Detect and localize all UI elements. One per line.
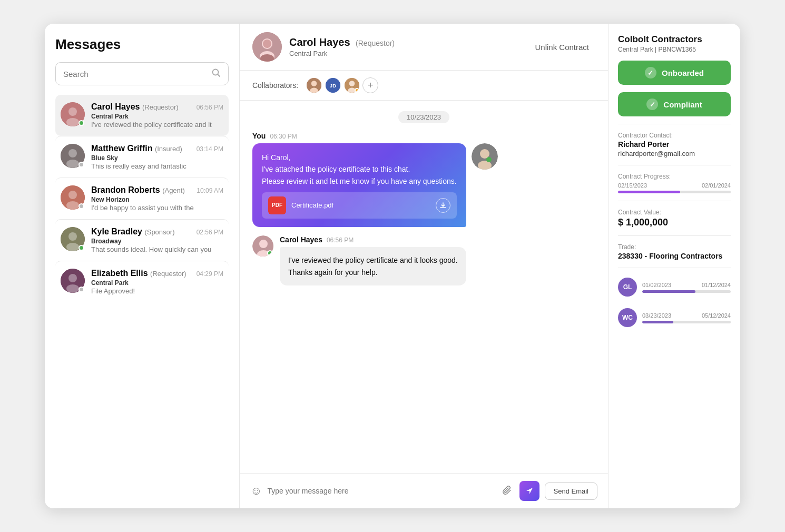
collaborators-bar: Collaborators: JD + <box>240 71 608 101</box>
contact-time: 04:29 PM <box>197 270 223 278</box>
contact-time: 02:56 PM <box>197 229 223 236</box>
progress-dates: 02/15/2023 02/01/2024 <box>618 182 731 189</box>
outgoing-avatar <box>472 143 498 170</box>
add-collaborator-button[interactable]: + <box>362 77 378 93</box>
contract-dates-row-gl: 01/02/2023 01/12/2024 <box>642 282 731 288</box>
outgoing-time: 06:30 PM <box>270 133 297 140</box>
chat-header-project: Central Park <box>289 50 528 57</box>
company-info: Colbolt Contractors Central Park | PBNCW… <box>618 34 731 53</box>
incoming-message-body: Carol Hayes 06:56 PM I've reviewed the p… <box>280 235 466 285</box>
incoming-sender-info: Carol Hayes 06:56 PM <box>280 235 466 244</box>
contact-item[interactable]: Brandon Roberts (Agent) 10:09 AM New Hor… <box>55 178 229 219</box>
send-email-button[interactable]: Send Email <box>545 482 597 500</box>
contact-preview: I'd be happy to assist you with the <box>91 204 223 212</box>
chat-header: Carol Hayes (Requestor) Central Park Unl… <box>240 24 608 71</box>
message-group-incoming: Carol Hayes 06:56 PM I've reviewed the p… <box>252 235 595 285</box>
incoming-bubble: I've reviewed the policy certificate and… <box>280 247 466 285</box>
svg-point-28 <box>349 81 355 86</box>
contact-item[interactable]: Elizabeth Ellis (Requestor) 04:29 PM Cen… <box>55 261 229 302</box>
send-button[interactable] <box>519 481 539 501</box>
middle-panel: Carol Hayes (Requestor) Central Park Unl… <box>240 24 609 508</box>
contact-top: Matthew Griffin (Insured) 03:14 PM <box>91 144 223 153</box>
svg-point-4 <box>66 118 79 126</box>
pdf-attachment[interactable]: PDF Certificate.pdf <box>262 192 457 219</box>
contact-info: Elizabeth Ellis (Requestor) 04:29 PM Cen… <box>91 269 223 295</box>
contact-name: Brandon Roberts (Agent) <box>91 185 185 195</box>
gl-end: 01/12/2024 <box>702 282 731 288</box>
compliant-status-button[interactable]: ✓ Compliant <box>618 92 731 116</box>
gl-start: 01/02/2023 <box>642 282 671 288</box>
company-name: Colbolt Contractors <box>618 34 731 45</box>
divider-5 <box>618 268 731 268</box>
svg-line-1 <box>218 74 220 76</box>
contact-preview: That sounds ideal. How quickly can you <box>91 245 223 253</box>
contract-dates-gl: 01/02/2023 01/12/2024 <box>642 282 731 293</box>
incoming-time: 06:56 PM <box>327 237 354 244</box>
collab-avatar-3 <box>344 77 360 94</box>
download-icon[interactable] <box>436 198 450 213</box>
divider-1 <box>618 124 731 124</box>
outgoing-sender-name: You <box>252 132 266 140</box>
contact-preview: File Approved! <box>91 287 223 295</box>
compliant-check-icon: ✓ <box>646 98 658 110</box>
contact-info: Matthew Griffin (Insured) 03:14 PM Blue … <box>91 144 223 170</box>
outgoing-text: Hi Carol,I've attached the policy certif… <box>262 152 457 187</box>
contact-preview: This is really easy and fantastic <box>91 162 223 170</box>
contact-item[interactable]: Kyle Bradley (Sponsor) 02:56 PM Broadway… <box>55 219 229 261</box>
contractor-contact-block: Contractor Contact: Richard Porter richa… <box>618 132 731 157</box>
value-label: Contract Value: <box>618 209 731 216</box>
contact-name: Carol Hayes (Requestor) <box>91 102 179 112</box>
progress-bar-bg <box>618 191 731 193</box>
contractor-email: richardporter@gmail.com <box>618 150 731 157</box>
contract-card-1: GL 01/02/2023 01/12/2024 <box>618 275 731 299</box>
emoji-button[interactable]: ☺ <box>250 484 262 498</box>
svg-point-15 <box>68 274 77 282</box>
contact-project: Central Park <box>91 113 223 120</box>
trade-label: Trade: <box>618 243 731 251</box>
date-badge: 10/23/2023 <box>398 111 449 123</box>
attachment-name: Certificate.pdf <box>291 200 430 211</box>
compliant-label: Compliant <box>663 100 702 109</box>
status-dot <box>78 203 84 209</box>
contact-item[interactable]: Matthew Griffin (Insured) 03:14 PM Blue … <box>55 136 229 178</box>
contract-avatar-gl: GL <box>618 278 637 297</box>
svg-point-10 <box>66 201 79 210</box>
pdf-icon: PDF <box>268 196 286 214</box>
collaborators-label: Collaborators: <box>252 81 298 90</box>
contract-avatar-wc: WC <box>618 308 637 327</box>
chat-input-bar: ☺ Send Email <box>240 473 608 508</box>
contact-info: Carol Hayes (Requestor) 06:56 PM Central… <box>91 102 223 129</box>
page-title: Messages <box>55 36 229 53</box>
wc-end: 05/12/2024 <box>702 312 731 319</box>
svg-point-7 <box>66 160 79 168</box>
contract-card-2: WC 03/23/2023 05/12/2024 <box>618 306 731 329</box>
contact-info: Kyle Bradley (Sponsor) 02:56 PM Broadway… <box>91 227 223 253</box>
progress-bar-fill <box>618 191 680 193</box>
contact-time: 03:14 PM <box>197 145 223 153</box>
message-input[interactable] <box>267 487 495 495</box>
contact-item[interactable]: Carol Hayes (Requestor) 06:56 PM Central… <box>55 95 229 136</box>
onboarded-status-button[interactable]: ✓ Onboarded <box>618 61 731 85</box>
contact-name: Elizabeth Ellis (Requestor) <box>91 269 187 278</box>
chat-header-info: Carol Hayes (Requestor) Central Park <box>289 36 528 57</box>
status-dot <box>78 162 84 168</box>
search-input[interactable] <box>63 70 211 78</box>
contact-top: Brandon Roberts (Agent) 10:09 AM <box>91 185 223 195</box>
contract-dates-row-wc: 03/23/2023 05/12/2024 <box>642 312 731 319</box>
attach-button[interactable] <box>501 484 514 499</box>
progress-end: 02/01/2024 <box>702 182 731 189</box>
avatar-wrap <box>61 185 85 210</box>
svg-point-20 <box>263 40 271 48</box>
svg-point-35 <box>259 240 268 248</box>
contact-project: Central Park <box>91 279 223 287</box>
left-panel: Messages <box>45 24 240 508</box>
contact-project: Blue Sky <box>91 154 223 162</box>
wc-progress-bg <box>642 321 731 323</box>
unlink-contract-button[interactable]: Unlink Contract <box>528 38 595 56</box>
contract-dates-wc: 03/23/2023 05/12/2024 <box>642 312 731 323</box>
wc-start: 03/23/2023 <box>642 312 671 319</box>
svg-point-13 <box>66 243 79 251</box>
contact-info: Brandon Roberts (Agent) 10:09 AM New Hor… <box>91 185 223 212</box>
contacts-list: Carol Hayes (Requestor) 06:56 PM Central… <box>55 95 229 508</box>
message-group-outgoing: You 06:30 PM Hi Carol,I've attached the … <box>252 132 595 227</box>
